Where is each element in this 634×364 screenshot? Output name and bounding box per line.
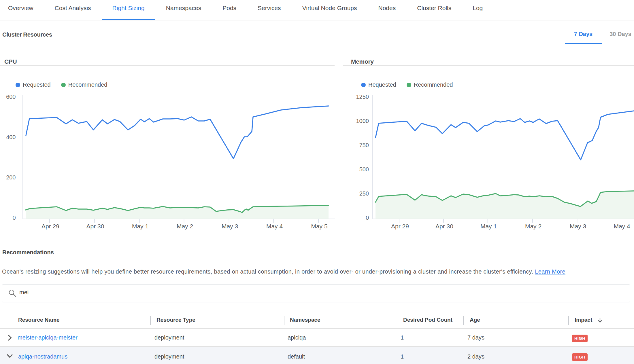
- svg-text:250: 250: [359, 190, 369, 197]
- svg-text:Apr 30: Apr 30: [435, 223, 453, 230]
- svg-text:May 5: May 5: [311, 223, 327, 230]
- svg-text:1000: 1000: [356, 118, 369, 124]
- svg-text:400: 400: [6, 134, 16, 140]
- svg-text:1250: 1250: [356, 94, 369, 100]
- svg-text:May 2: May 2: [177, 223, 193, 230]
- svg-text:200: 200: [6, 174, 16, 181]
- svg-text:500: 500: [359, 166, 369, 172]
- svg-text:May 1: May 1: [132, 223, 148, 230]
- svg-text:Apr 29: Apr 29: [391, 223, 409, 230]
- svg-text:750: 750: [359, 142, 369, 148]
- svg-text:Apr 29: Apr 29: [41, 223, 59, 230]
- svg-text:May 4: May 4: [266, 223, 283, 230]
- svg-text:May 3: May 3: [222, 223, 238, 230]
- svg-text:May 1: May 1: [480, 223, 497, 230]
- svg-text:0: 0: [366, 215, 369, 221]
- svg-text:600: 600: [6, 94, 16, 100]
- svg-text:0: 0: [12, 215, 16, 221]
- svg-text:May 3: May 3: [570, 223, 586, 230]
- svg-text:Apr 30: Apr 30: [86, 223, 104, 230]
- svg-text:May 2: May 2: [525, 223, 541, 230]
- svg-text:May 4: May 4: [614, 223, 630, 230]
